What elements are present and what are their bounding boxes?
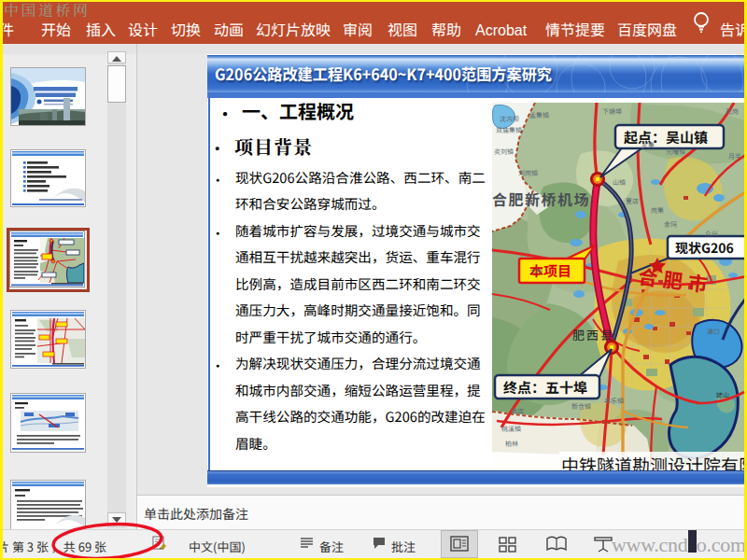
svg-text:大柏: 大柏: [529, 266, 543, 275]
svg-text:桃溪镇: 桃溪镇: [501, 424, 521, 433]
svg-text:山镇: 山镇: [613, 177, 626, 187]
svg-text:袁店: 袁店: [511, 406, 524, 415]
svg-text:岗集: 岗集: [651, 205, 664, 215]
svg-text:现状G206: 现状G206: [675, 238, 734, 257]
svg-text:孟集镇: 孟集镇: [529, 110, 549, 119]
svg-text:沈沟坝: 沈沟坝: [500, 114, 519, 123]
svg-text:合肥新桥机场: 合肥新桥机场: [492, 188, 590, 210]
svg-text:月半: 月半: [728, 151, 741, 161]
svg-text:夏店: 夏店: [626, 196, 639, 205]
svg-text:刘岗镇: 刘岗镇: [518, 168, 538, 177]
svg-text:柏林: 柏林: [505, 439, 518, 448]
svg-text:丰乐镇: 丰乐镇: [604, 396, 624, 405]
svg-text:潭口: 潭口: [707, 327, 720, 336]
svg-text:罗集: 罗集: [641, 140, 655, 149]
svg-text:终点：五十埠: 终点：五十埠: [503, 377, 587, 397]
svg-text:肥西县: 肥西县: [572, 326, 614, 343]
svg-text:元疃镇: 元疃镇: [666, 147, 685, 156]
svg-text:众兴: 众兴: [705, 229, 718, 238]
svg-text:花岗: 花岗: [726, 106, 739, 116]
svg-text:双庙集镇: 双庙集镇: [496, 125, 522, 134]
svg-text:金玛: 金玛: [664, 219, 677, 229]
svg-text:起点：吴山镇: 起点：吴山镇: [624, 127, 708, 147]
svg-text:新仓镇: 新仓镇: [571, 401, 591, 411]
svg-text:炎刘镇: 炎刘镇: [494, 147, 514, 156]
svg-text:下塘埠: 下塘埠: [602, 106, 622, 116]
svg-text:姥山: 姥山: [716, 390, 729, 399]
